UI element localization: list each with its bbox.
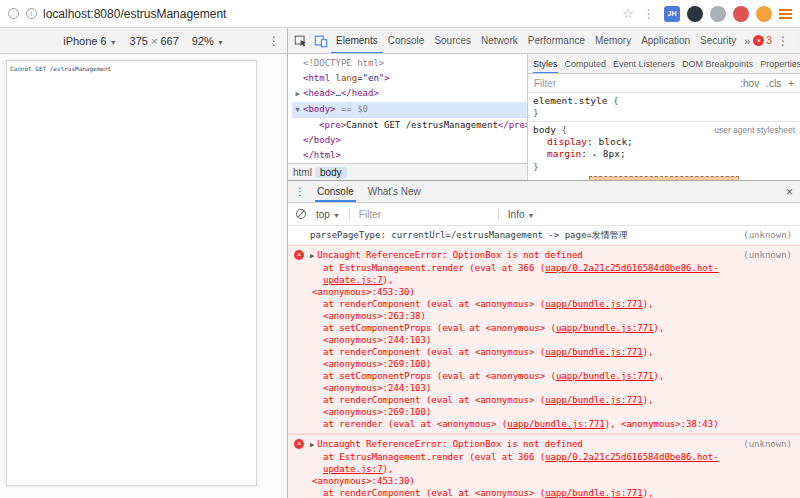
devtools-toolbar: Elements Console Sources Network Perform…: [288, 28, 800, 54]
source-link[interactable]: uapp/bundle.js:771: [545, 299, 643, 309]
tab-console[interactable]: Console: [383, 28, 430, 54]
tab-memory[interactable]: Memory: [590, 28, 636, 54]
class-toggle[interactable]: .cls: [766, 78, 781, 89]
clear-console-icon[interactable]: [295, 208, 307, 220]
device-height-field[interactable]: 667: [160, 35, 178, 47]
tab-elements[interactable]: Elements: [331, 28, 383, 54]
source-link[interactable]: uapp/bundle.js:771: [545, 347, 643, 357]
tab-dom-breakpoints[interactable]: DOM Breakpoints: [682, 54, 753, 74]
expand-stack-icon[interactable]: ▶: [310, 441, 314, 449]
tab-event-listeners[interactable]: Event Listeners: [613, 54, 675, 74]
error-icon: ×: [294, 439, 304, 449]
extension-icon-orange[interactable]: [756, 6, 772, 22]
tab-console-drawer[interactable]: Console: [315, 181, 356, 202]
console-filter-input[interactable]: [359, 209, 489, 220]
tag-text: <body>: [303, 104, 336, 114]
console-drawer: ⋮ Console What's New × top▼ Info▼ parseP…: [288, 180, 800, 498]
dom-node-html-close[interactable]: </html>: [292, 148, 527, 163]
tab-properties[interactable]: Properties: [760, 54, 800, 74]
omnibox-menu-icon[interactable]: ⋮: [641, 7, 657, 21]
breadcrumb: html body: [288, 163, 527, 180]
device-dimensions[interactable]: 375 × 667: [130, 35, 179, 47]
property-value: 8px;: [597, 148, 626, 159]
error-icon: ×: [294, 250, 304, 260]
source-link[interactable]: uapp/bundle.js:771: [545, 488, 643, 498]
body-rule-head[interactable]: body { user agent stylesheet: [533, 124, 795, 136]
omnibox[interactable]: i localhost:8080/estrusManagement: [26, 3, 615, 25]
error-count-badge[interactable]: × 3: [753, 35, 772, 46]
box-model-diagram[interactable]: margin 8: [589, 176, 739, 180]
breadcrumb-body[interactable]: body: [315, 167, 347, 178]
device-screen[interactable]: Cannot GET /estrusManagement: [6, 60, 257, 486]
doctype-text: <!DOCTYPE html>: [303, 58, 384, 68]
console-error-message-2[interactable]: × ▶Uncaught ReferenceError: OptionBox is…: [288, 434, 800, 498]
device-zoom-select[interactable]: 92%▼: [192, 35, 224, 47]
device-width-field[interactable]: 375: [130, 35, 148, 47]
message-source[interactable]: (unknown): [743, 438, 792, 450]
execution-context-select[interactable]: top▼: [316, 209, 340, 220]
inspect-element-icon[interactable]: [291, 31, 311, 51]
tab-sources[interactable]: Sources: [429, 28, 476, 54]
drawer-close-icon[interactable]: ×: [786, 185, 793, 199]
url-text[interactable]: localhost:8080/estrusManagement: [43, 7, 226, 21]
reload-icon[interactable]: [8, 8, 19, 19]
elements-panel: <!DOCTYPE html> <html lang="en"> ▶<head>…: [288, 54, 527, 180]
tab-security[interactable]: Security: [695, 28, 741, 54]
tag-text: </pre>: [498, 120, 527, 130]
source-link[interactable]: uapp/bundle.js:771: [507, 419, 605, 429]
dom-node-pre[interactable]: <pre>Cannot GET /estrusManagement</pre>: [292, 118, 527, 133]
box-model-margin-top-value[interactable]: 8: [662, 179, 666, 180]
browser-menu-icon[interactable]: [779, 9, 792, 19]
dom-node-doctype[interactable]: <!DOCTYPE html>: [292, 56, 527, 71]
css-property-margin[interactable]: margin: ▸ 8px;: [533, 148, 795, 161]
console-log-message[interactable]: parsePageType: currentUrl=/estrusManagem…: [288, 226, 800, 245]
dom-node-body-close[interactable]: </body>: [292, 133, 527, 148]
inline-style-rule[interactable]: element.style {: [533, 95, 795, 107]
source-link[interactable]: uapp/bundle.js:771: [556, 323, 654, 333]
extension-icon-gray[interactable]: [710, 6, 726, 22]
property-name: display: [547, 136, 587, 147]
tab-network[interactable]: Network: [476, 28, 523, 54]
console-messages: parsePageType: currentUrl=/estrusManagem…: [288, 226, 800, 498]
console-toolbar: top▼ Info▼: [288, 203, 800, 226]
dom-node-body-selected[interactable]: ▼<body> == $0: [292, 102, 527, 118]
new-rule-button[interactable]: +: [788, 78, 794, 89]
message-source[interactable]: (unknown): [743, 229, 792, 241]
message-source[interactable]: (unknown): [743, 249, 792, 261]
stack-frame: at rerender (eval at <anonymous> (uapp/b…: [310, 418, 730, 430]
breadcrumb-html[interactable]: html: [293, 167, 312, 178]
tab-styles[interactable]: Styles: [533, 54, 558, 74]
pseudo-state-toggle[interactable]: :hov: [740, 78, 759, 89]
dom-node-head[interactable]: ▶<head>…</head>: [292, 86, 527, 102]
stack-frame: at renderComponent (eval at <anonymous> …: [310, 487, 730, 498]
css-property-display[interactable]: display: block;: [533, 136, 795, 148]
collapse-arrow-icon[interactable]: ▼: [292, 103, 303, 118]
stack-text: at rerender (eval at <anonymous> (: [323, 419, 507, 429]
rule-brace: }: [533, 161, 539, 172]
devtools-close-icon[interactable]: ×: [794, 34, 800, 48]
dom-node-html-open[interactable]: <html lang="en">: [292, 71, 527, 86]
expand-arrow-icon[interactable]: ▶: [292, 87, 303, 102]
styles-filter-input[interactable]: [534, 78, 740, 89]
drawer-menu-icon[interactable]: ⋮: [295, 186, 305, 197]
extension-icon-jh[interactable]: JH: [664, 6, 680, 22]
devtools-menu-icon[interactable]: ⋮: [772, 34, 794, 48]
tab-application[interactable]: Application: [636, 28, 695, 54]
stack-text: at renderComponent (eval at <anonymous> …: [323, 347, 545, 357]
page-info-icon[interactable]: i: [26, 8, 37, 19]
console-error-message-1[interactable]: × ▶Uncaught ReferenceError: OptionBox is…: [288, 245, 800, 434]
expand-stack-icon[interactable]: ▶: [310, 252, 314, 260]
device-select[interactable]: iPhone 6▼: [63, 35, 116, 47]
device-more-options-icon[interactable]: ⋮: [268, 34, 280, 48]
tab-whats-new[interactable]: What's New: [366, 181, 423, 202]
more-tabs-icon[interactable]: »: [741, 35, 753, 47]
extension-icon-dark[interactable]: [687, 6, 703, 22]
extension-icon-red[interactable]: [733, 6, 749, 22]
tab-performance[interactable]: Performance: [523, 28, 590, 54]
tab-computed[interactable]: Computed: [565, 54, 607, 74]
source-link[interactable]: uapp/bundle.js:771: [556, 371, 654, 381]
source-link[interactable]: uapp/bundle.js:771: [545, 395, 643, 405]
device-toolbar-toggle-icon[interactable]: [311, 31, 331, 51]
log-level-select[interactable]: Info▼: [508, 209, 535, 220]
bookmark-star-icon[interactable]: ☆: [622, 6, 634, 21]
